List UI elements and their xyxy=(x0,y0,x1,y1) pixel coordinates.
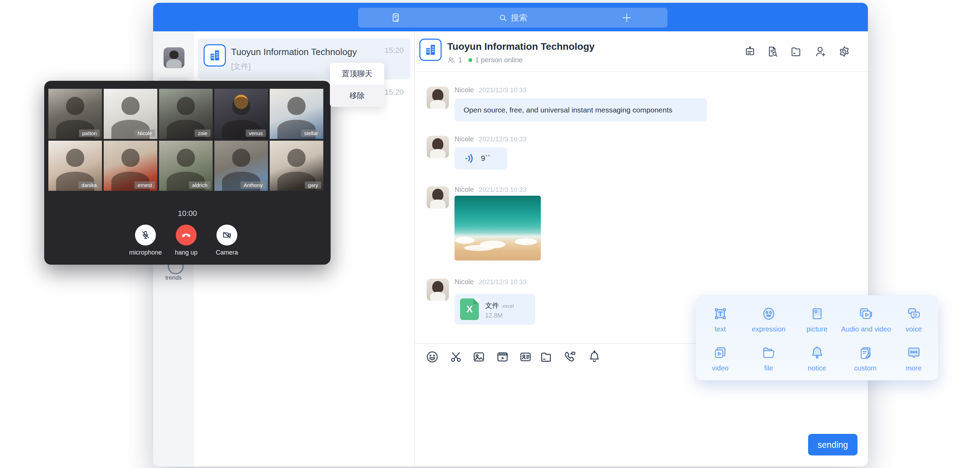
file-badge: X xyxy=(466,303,473,315)
conversation-time: 15:20 xyxy=(382,88,404,97)
participant-name: ernest xyxy=(134,181,155,189)
list-main-divider xyxy=(414,31,415,466)
call-tile: danika xyxy=(48,141,102,191)
camera-label: Camera xyxy=(199,249,255,256)
voice-wave-icon xyxy=(463,153,476,165)
message-time: 2021/12/3 10:33 xyxy=(479,136,527,143)
message-time: 2021/12/3 10:33 xyxy=(479,86,527,94)
hang-up-button[interactable] xyxy=(176,225,197,246)
popup-item-notice[interactable]: notice xyxy=(793,344,841,372)
participant-name: patton xyxy=(79,129,100,137)
avatar[interactable] xyxy=(427,136,449,158)
group-notice-icon[interactable] xyxy=(743,45,757,59)
message-time: 2021/12/3 10:33 xyxy=(479,186,527,193)
emoji-icon[interactable] xyxy=(425,350,439,364)
avatar[interactable] xyxy=(427,186,449,209)
video-call-panel: patton Nicole zoie venus stellar danika … xyxy=(44,81,331,265)
message-meta: Nicole 2021/12/3 10:33 xyxy=(455,185,527,193)
popup-item-custom[interactable]: custom xyxy=(841,344,889,372)
message-time: 2021/12/3 10:33 xyxy=(479,278,527,286)
popup-item-more[interactable]: more xyxy=(889,344,938,372)
microphone-mute-button[interactable] xyxy=(135,225,156,246)
call-tile: patton xyxy=(48,89,102,139)
call-tile: ernest xyxy=(104,141,157,191)
group-files-icon[interactable] xyxy=(789,45,803,59)
file-icon-blue xyxy=(745,344,793,361)
text-icon xyxy=(696,305,745,323)
call-tile: zoie xyxy=(159,89,213,139)
user-avatar[interactable] xyxy=(164,47,185,68)
participant-name: stellar xyxy=(301,129,321,137)
header-divider xyxy=(415,71,868,72)
picture-icon[interactable] xyxy=(472,350,486,364)
file-folder-icon[interactable] xyxy=(539,350,553,364)
chat-group-avatar-icon xyxy=(419,39,442,61)
add-icon[interactable] xyxy=(621,12,633,25)
image-message-beach[interactable] xyxy=(455,196,541,260)
message-type-popup: text expression picture Audio and video xyxy=(696,295,938,380)
file-ext: .excel xyxy=(501,303,514,309)
popup-item-expression[interactable]: expression xyxy=(745,305,793,333)
message-meta: Nicole 2021/12/3 10:33 xyxy=(455,278,527,286)
popup-item-picture[interactable]: picture xyxy=(793,305,841,333)
add-member-icon[interactable] xyxy=(814,45,827,59)
mic-muted-icon xyxy=(140,230,151,240)
building-icon xyxy=(424,43,437,56)
popup-item-audio-video[interactable]: Audio and video xyxy=(841,305,889,333)
menu-item-pin-chat[interactable]: 置顶聊天 xyxy=(330,63,384,85)
video-film-icon[interactable] xyxy=(495,350,510,364)
camera-muted-icon xyxy=(222,230,232,240)
conversation-last-message: [文件] xyxy=(231,61,251,72)
text-message-bubble[interactable]: Open source, free, and universal instant… xyxy=(455,99,707,121)
popup-item-text[interactable]: text xyxy=(696,305,745,333)
expression-icon xyxy=(745,305,793,323)
file-name: 文件.excel xyxy=(485,301,514,310)
chat-title: Tuoyun Information Technology xyxy=(447,41,595,52)
avatar[interactable] xyxy=(427,279,449,301)
more-bubble-icon xyxy=(889,344,938,361)
sender-name: Nicole xyxy=(455,278,474,286)
contact-card-icon[interactable] xyxy=(518,350,533,364)
group-avatar-icon[interactable] xyxy=(204,44,226,67)
page: { "colors":{"accent":"#2677F2","bubble":… xyxy=(0,0,980,468)
search-placeholder: 搜索 xyxy=(511,12,528,23)
menu-item-remove[interactable]: 移除 xyxy=(330,85,384,107)
search-icon xyxy=(498,13,508,22)
custom-doc-icon xyxy=(841,344,889,361)
participant-name: gary xyxy=(305,181,321,189)
settings-gear-icon[interactable] xyxy=(837,45,851,59)
message-text: Open source, free, and universal instant… xyxy=(463,106,672,114)
conversation-title: Tuoyun Information Technology xyxy=(231,47,384,58)
participant-name: venus xyxy=(246,129,266,137)
members-icon xyxy=(447,56,455,64)
call-tile: Anthony xyxy=(215,141,268,191)
popup-item-video[interactable]: video xyxy=(696,344,745,372)
conversation-time: 15:20 xyxy=(382,46,404,55)
call-tile: aldrich xyxy=(159,141,213,191)
online-dot xyxy=(468,58,472,62)
camera-off-button[interactable] xyxy=(216,225,237,246)
participant-name: Anthony xyxy=(240,181,266,189)
voice-duration: 9`` xyxy=(481,154,490,163)
popup-item-voice[interactable]: voice xyxy=(889,305,938,333)
participant-name: danika xyxy=(78,181,100,189)
sender-name: Nicole xyxy=(455,135,474,143)
screenshot-scissors-icon[interactable] xyxy=(449,350,463,364)
conversation-context-menu: 置顶聊天 移除 xyxy=(330,63,384,107)
voice-message-bubble[interactable]: 9`` xyxy=(455,147,508,169)
excel-file-icon: X xyxy=(460,299,479,320)
chat-history-search-icon[interactable] xyxy=(765,45,779,59)
file-size: 12.8M xyxy=(485,312,503,319)
popup-item-file[interactable]: file xyxy=(745,344,793,372)
audio-video-icon xyxy=(841,305,889,323)
search-bar[interactable]: 搜索 xyxy=(358,8,668,27)
video-call-phone-icon[interactable] xyxy=(563,350,578,364)
send-button[interactable]: sending xyxy=(808,434,858,455)
sidebar-item-trends[interactable]: trends xyxy=(153,275,194,281)
avatar[interactable] xyxy=(427,87,449,109)
picture-icon-blue xyxy=(793,305,841,323)
notice-bell-icon xyxy=(793,344,841,361)
notification-bell-icon[interactable] xyxy=(587,350,602,364)
call-tile: venus xyxy=(215,89,268,139)
video-icon-blue xyxy=(696,344,745,361)
